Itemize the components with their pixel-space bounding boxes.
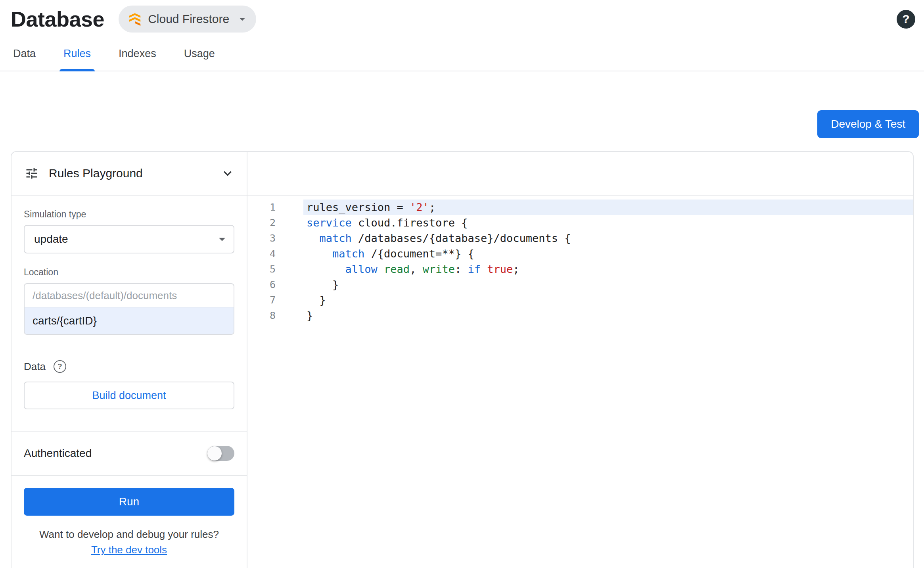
rules-playground-title: Rules Playground xyxy=(49,167,143,180)
line-number: 5 xyxy=(247,261,303,277)
code-line[interactable]: 5 allow read, write: if true; xyxy=(247,261,913,277)
code-line[interactable]: 7 } xyxy=(247,292,913,308)
divider xyxy=(12,475,247,476)
toggle-knob xyxy=(207,446,222,461)
line-number: 4 xyxy=(247,246,303,261)
location-input[interactable]: carts/{cartID} xyxy=(25,307,234,334)
help-button[interactable]: ? xyxy=(897,10,915,29)
tune-icon xyxy=(25,166,39,180)
tab-rules[interactable]: Rules xyxy=(61,42,93,71)
line-number: 1 xyxy=(247,200,303,215)
code-line-content[interactable]: } xyxy=(303,292,913,308)
authenticated-toggle[interactable] xyxy=(207,446,234,461)
line-number: 8 xyxy=(247,308,303,323)
tabs: DataRulesIndexesUsage xyxy=(0,42,924,71)
simulation-type-value: update xyxy=(34,233,68,246)
rules-playground-body: Simulation type update Location /databas… xyxy=(12,196,247,409)
code-line-content[interactable]: rules_version = '2'; xyxy=(303,200,913,215)
run-section: Run Want to develop and debug your rules… xyxy=(12,488,247,556)
code-line[interactable]: 1rules_version = '2'; xyxy=(247,200,913,215)
collapse-chevron-icon xyxy=(220,165,236,181)
help-icon: ? xyxy=(902,12,909,26)
app-header: Database Cloud Firestore ? xyxy=(0,0,924,33)
data-help-icon[interactable]: ? xyxy=(54,360,66,373)
tab-usage[interactable]: Usage xyxy=(182,42,217,71)
line-number: 6 xyxy=(247,277,303,292)
code-lines[interactable]: 1rules_version = '2';2service cloud.fire… xyxy=(247,196,913,323)
dev-tools-question: Want to develop and debug your rules? xyxy=(24,528,234,541)
editor-toolbar xyxy=(247,152,913,196)
line-number: 7 xyxy=(247,292,303,308)
code-line-content[interactable]: allow read, write: if true; xyxy=(303,261,913,277)
rules-editor: 1rules_version = '2';2service cloud.fire… xyxy=(247,152,913,568)
data-section-header: Data ? xyxy=(24,360,234,373)
arrow-drop-down-icon xyxy=(215,232,230,247)
authenticated-row: Authenticated xyxy=(12,432,247,475)
cloud-firestore-icon xyxy=(128,12,142,26)
rules-playground-header[interactable]: Rules Playground xyxy=(12,152,247,196)
build-document-button[interactable]: Build document xyxy=(24,382,234,409)
page-title: Database xyxy=(11,7,104,31)
code-line-content[interactable]: match /databases/{database}/documents { xyxy=(303,230,913,246)
line-number: 2 xyxy=(247,215,303,230)
simulation-type-label: Simulation type xyxy=(24,209,234,220)
code-line[interactable]: 6 } xyxy=(247,277,913,292)
code-line-content[interactable]: match /{document=**} { xyxy=(303,246,913,261)
develop-test-row: Develop & Test xyxy=(0,110,924,138)
develop-test-button[interactable]: Develop & Test xyxy=(817,110,919,138)
tab-data[interactable]: Data xyxy=(11,42,38,71)
product-selector-label: Cloud Firestore xyxy=(148,12,229,26)
code-line[interactable]: 4 match /{document=**} { xyxy=(247,246,913,261)
simulation-type-select[interactable]: update xyxy=(24,225,234,253)
chevron-down-icon xyxy=(236,12,249,26)
tab-indexes[interactable]: Indexes xyxy=(116,42,159,71)
run-button[interactable]: Run xyxy=(24,488,234,516)
location-label: Location xyxy=(24,267,234,278)
data-label: Data xyxy=(24,361,46,373)
rules-panel: Rules Playground Simulation type update … xyxy=(11,151,914,568)
location-path-prefix[interactable]: /databases/(default)/documents xyxy=(25,284,234,307)
rules-playground-sidebar: Rules Playground Simulation type update … xyxy=(12,152,247,568)
code-line-content[interactable]: } xyxy=(303,277,913,292)
code-line-content[interactable]: service cloud.firestore { xyxy=(303,215,913,230)
location-input-group: /databases/(default)/documents carts/{ca… xyxy=(24,283,234,335)
line-number: 3 xyxy=(247,230,303,246)
dev-tools-link[interactable]: Try the dev tools xyxy=(91,544,167,556)
product-selector-dropdown[interactable]: Cloud Firestore xyxy=(119,6,256,33)
code-line-content[interactable]: } xyxy=(303,308,913,323)
code-line[interactable]: 3 match /databases/{database}/documents … xyxy=(247,230,913,246)
code-line[interactable]: 8} xyxy=(247,308,913,323)
code-line[interactable]: 2service cloud.firestore { xyxy=(247,215,913,230)
authenticated-label: Authenticated xyxy=(24,447,92,460)
